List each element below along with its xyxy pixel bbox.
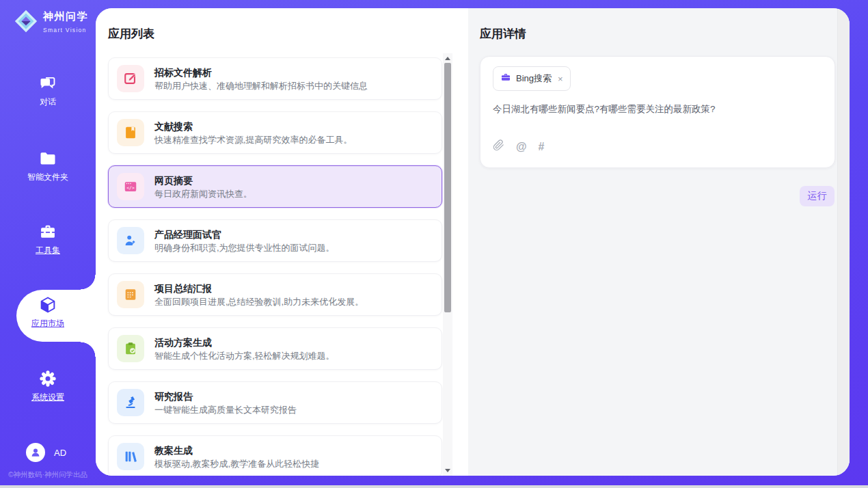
prompt-text[interactable]: 今日湖北有哪些新闻要点?有哪些需要关注的最新政策? xyxy=(493,103,822,116)
app-detail-panel: 应用详情 Bing搜索 × 今日湖北 xyxy=(468,8,850,476)
interviewer-icon xyxy=(117,227,144,254)
user-name: AD xyxy=(54,448,66,458)
list-scrollbar[interactable] xyxy=(443,53,452,476)
chat-icon xyxy=(38,74,57,93)
scroll-up-icon[interactable] xyxy=(445,57,450,60)
gem-diamond-icon xyxy=(13,8,39,37)
sidebar-item-label: 系统设置 xyxy=(31,392,64,403)
brand-logo: 神州问学 Smart Vision xyxy=(13,8,88,37)
list-item-bid-parsing[interactable]: 招标文件解析 帮助用户快速、准确地理解和解析招标书中的关键信息 xyxy=(108,57,442,100)
sidebar-item-toolset[interactable]: 工具集 xyxy=(0,222,96,256)
list-item-research-report[interactable]: 研究报告 一键智能生成高质量长文本研究报告 xyxy=(108,381,442,424)
app-detail-title: 应用详情 xyxy=(480,26,526,42)
app-desc: 模板驱动,教案秒成,教学准备从此轻松快捷 xyxy=(154,457,319,470)
brand-subtitle: Smart Vision xyxy=(43,27,87,33)
app-desc: 明确身份和职责,为您提供专业性的面试问题。 xyxy=(154,241,335,254)
list-item-project-summary[interactable]: 项目总结汇报 全面回顾项目进展,总结经验教训,助力未来优化发展。 xyxy=(108,273,442,316)
sidebar-item-label: 应用市场 xyxy=(31,318,64,329)
app-window: 神州问学 Smart Vision 对话 智能文件夹 xyxy=(0,0,868,488)
list-item-event-plan[interactable]: 活动方案生成 智能生成个性化活动方案,轻松解决规划难题。 xyxy=(108,327,442,370)
briefcase-icon xyxy=(500,72,511,85)
app-title: 产品经理面试官 xyxy=(154,228,335,241)
app-list-title: 应用列表 xyxy=(108,26,154,42)
scrollbar-thumb[interactable] xyxy=(444,63,451,312)
gear-icon xyxy=(38,369,57,388)
copyright-text: ©神州数码·神州问学出品 xyxy=(0,470,96,480)
prompt-card: Bing搜索 × 今日湖北有哪些新闻要点?有哪些需要关注的最新政策? @ # xyxy=(480,56,835,168)
window-bottom-strip xyxy=(0,485,868,488)
sidebar-item-label: 智能文件夹 xyxy=(27,172,68,183)
sidebar-item-label: 对话 xyxy=(40,96,56,108)
app-title: 网页摘要 xyxy=(154,174,252,187)
app-title: 文献搜索 xyxy=(154,120,353,133)
app-title: 研究报告 xyxy=(154,390,297,403)
app-desc: 全面回顾项目进展,总结经验教训,助力未来优化发展。 xyxy=(154,295,364,308)
app-title: 项目总结汇报 xyxy=(154,282,364,295)
folder-icon xyxy=(38,149,57,168)
tool-tag-bing-search[interactable]: Bing搜索 × xyxy=(493,66,571,91)
list-item-web-summary[interactable]: </> 网页摘要 每日政府新闻资讯快查。 xyxy=(108,165,442,208)
microscope-icon xyxy=(117,389,144,416)
books-icon xyxy=(117,443,144,470)
sidebar-item-settings[interactable]: 系统设置 xyxy=(0,369,96,403)
app-desc: 智能生成个性化活动方案,轻松解决规划难题。 xyxy=(154,349,335,362)
toolbox-icon xyxy=(38,222,57,241)
clipboard-check-icon xyxy=(117,335,144,362)
close-icon[interactable]: × xyxy=(558,74,563,84)
prompt-toolbar: @ # xyxy=(493,139,545,154)
detail-scrollbar-track[interactable] xyxy=(837,8,850,476)
app-title: 活动方案生成 xyxy=(154,336,335,349)
tag-label: Bing搜索 xyxy=(516,72,552,85)
list-item-lesson-plan[interactable]: 教案生成 模板驱动,教案秒成,教学准备从此轻松快捷 xyxy=(108,435,442,476)
edit-square-icon xyxy=(117,65,144,92)
app-title: 教案生成 xyxy=(154,444,319,457)
user-avatar-icon xyxy=(26,443,45,462)
sidebar-item-smart-folder[interactable]: 智能文件夹 xyxy=(0,149,96,183)
content-container: 应用列表 招标文件解析 帮助用户快速、准确地理解和解析招标书中的关键信息 xyxy=(96,8,850,476)
app-list-panel: 应用列表 招标文件解析 帮助用户快速、准确地理解和解析招标书中的关键信息 xyxy=(96,8,468,476)
app-desc: 一键智能生成高质量长文本研究报告 xyxy=(154,403,297,416)
app-desc: 快速精准查找学术资源,提高研究效率的必备工具。 xyxy=(154,133,353,146)
brand-name: 神州问学 xyxy=(43,10,88,22)
list-item-literature-search[interactable]: 文献搜索 快速精准查找学术资源,提高研究效率的必备工具。 xyxy=(108,111,442,154)
app-desc: 每日政府新闻资讯快查。 xyxy=(154,187,252,200)
at-icon[interactable]: @ xyxy=(516,141,527,153)
app-title: 招标文件解析 xyxy=(154,66,368,79)
browser-code-icon: </> xyxy=(117,173,144,200)
paperclip-icon[interactable] xyxy=(493,139,504,154)
list-item-pm-interviewer[interactable]: 产品经理面试官 明确身份和职责,为您提供专业性的面试问题。 xyxy=(108,219,442,262)
memo-icon xyxy=(117,281,144,308)
sidebar-item-app-market[interactable]: 应用市场 xyxy=(0,295,96,329)
cube-icon xyxy=(38,295,57,314)
hash-icon[interactable]: # xyxy=(539,141,545,153)
sidebar-item-chat[interactable]: 对话 xyxy=(0,74,96,108)
scroll-down-icon[interactable] xyxy=(445,469,450,472)
svg-text:</>: </> xyxy=(126,185,135,191)
sidebar-item-label: 工具集 xyxy=(36,245,60,256)
user-account[interactable]: AD xyxy=(26,443,66,462)
run-button[interactable]: 运行 xyxy=(800,186,835,206)
sidebar: 神州问学 Smart Vision 对话 智能文件夹 xyxy=(0,0,96,485)
app-list: 招标文件解析 帮助用户快速、准确地理解和解析招标书中的关键信息 文献搜索 快速精… xyxy=(108,57,442,476)
app-desc: 帮助用户快速、准确地理解和解析招标书中的关键信息 xyxy=(154,79,368,92)
book-icon xyxy=(117,119,144,146)
